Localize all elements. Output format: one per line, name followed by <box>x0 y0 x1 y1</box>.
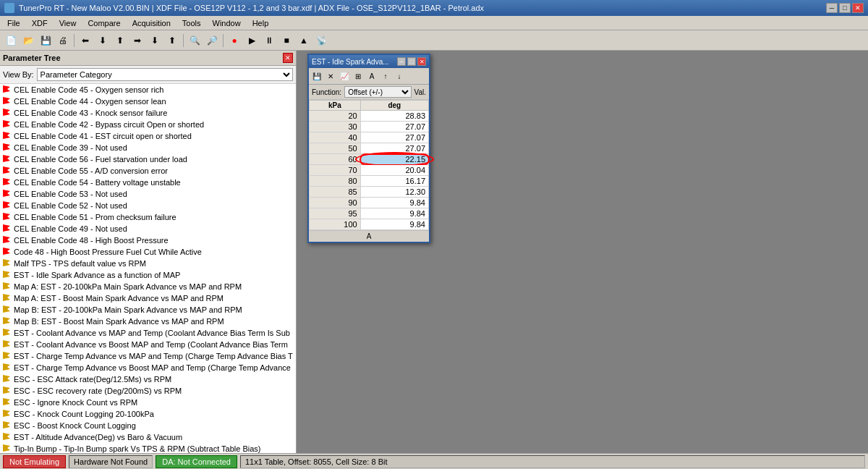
toolbar-btn9[interactable]: ⬇ <box>147 33 163 48</box>
est-table-btn[interactable]: ⊞ <box>352 69 365 83</box>
est-cell-kpa[interactable]: 95 <box>310 208 361 219</box>
tree-item[interactable]: Malf TPS - TPS default value vs RPM <box>0 258 296 269</box>
est-cell-deg[interactable]: 9.84 <box>360 198 428 208</box>
tree-item[interactable]: CEL Enable Code 56 - Fuel starvation und… <box>0 153 296 165</box>
tree-item[interactable]: EST - Charge Temp Advance vs Boost MAP a… <box>0 362 296 373</box>
est-close[interactable]: ✕ <box>417 57 426 66</box>
toolbar-new[interactable]: 📄 <box>3 33 19 48</box>
tree-item[interactable]: ESC - ESC Attack rate(Deg/12.5Ms) vs RPM <box>0 373 296 385</box>
est-graph-btn[interactable]: 📈 <box>338 69 351 83</box>
menu-view[interactable]: View <box>55 17 81 29</box>
tree-item[interactable]: ESC - Knock Count Logging 20-100kPa <box>0 408 296 420</box>
est-cell-kpa[interactable]: 70 <box>310 165 361 176</box>
toolbar-btn7[interactable]: ⬆ <box>112 33 128 48</box>
toolbar-btn11[interactable]: 🔍 <box>187 33 203 48</box>
toolbar-btn12[interactable]: 🔎 <box>204 33 220 48</box>
tree-item[interactable]: CEL Enable Code 42 - Bypass circuit Open… <box>0 119 296 130</box>
minimize-button[interactable]: ─ <box>826 3 838 13</box>
toolbar-record[interactable]: ● <box>226 33 242 48</box>
est-cell-kpa[interactable]: 60 <box>310 154 361 165</box>
tree-item-icon <box>3 109 12 117</box>
est-up-btn[interactable]: ↑ <box>379 69 392 83</box>
est-cell-deg[interactable]: 22.15 <box>360 154 428 165</box>
tree-item[interactable]: CEL Enable Code 53 - Not used <box>0 188 296 200</box>
param-tree-close-button[interactable]: ✕ <box>283 53 293 63</box>
menu-tools[interactable]: Tools <box>178 17 205 29</box>
tree-item[interactable]: CEL Enable Code 41 - EST circuit open or… <box>0 130 296 142</box>
tree-item[interactable]: EST - Idle Spark Advance as a function o… <box>0 269 296 281</box>
tree-item[interactable]: CEL Enable Code 54 - Battery voltage uns… <box>0 177 296 188</box>
tree-item[interactable]: Map B: EST - Boost Main Spark Advance vs… <box>0 316 296 327</box>
toolbar-btn10[interactable]: ⬆ <box>164 33 180 48</box>
tree-item[interactable]: ESC - Boost Knock Count Logging <box>0 420 296 431</box>
hardware-status: Hardware Not Found <box>69 455 153 468</box>
tree-item[interactable]: Map B: EST - 20-100kPa Main Spark Advanc… <box>0 304 296 316</box>
tree-list[interactable]: CEL Enable Code 45 - Oxygen sensor richC… <box>0 84 296 453</box>
toolbar-btn5[interactable]: ⬅ <box>77 33 93 48</box>
toolbar-btn8[interactable]: ➡ <box>129 33 145 48</box>
est-close-btn[interactable]: ✕ <box>324 69 337 83</box>
menu-window[interactable]: Window <box>208 17 245 29</box>
est-cell-kpa[interactable]: 80 <box>310 176 361 187</box>
est-cell-deg[interactable]: 16.17 <box>360 176 428 187</box>
tree-item[interactable]: CEL Enable Code 51 - Prom checksum failu… <box>0 211 296 223</box>
est-cell-deg[interactable]: 27.07 <box>360 132 428 143</box>
est-cell-kpa[interactable]: 20 <box>310 111 361 122</box>
est-cell-kpa[interactable]: 100 <box>310 219 361 230</box>
toolbar-open[interactable]: 📂 <box>20 33 36 48</box>
est-cell-deg[interactable]: 12.30 <box>360 187 428 198</box>
tree-item[interactable]: CEL Enable Code 49 - Not used <box>0 223 296 234</box>
est-cell-kpa[interactable]: 30 <box>310 122 361 132</box>
est-cell-deg[interactable]: 27.07 <box>360 143 428 154</box>
tree-item[interactable]: Tip-In Bump - Tip-In Bump spark Vs TPS &… <box>0 443 296 453</box>
close-button[interactable]: ✕ <box>852 3 864 13</box>
est-cell-deg[interactable]: 20.04 <box>360 165 428 176</box>
menu-help[interactable]: Help <box>248 17 273 29</box>
est-cell-kpa[interactable]: 85 <box>310 187 361 198</box>
tree-item[interactable]: EST - Charge Temp Advance vs MAP and Tem… <box>0 350 296 362</box>
menu-xdf[interactable]: XDF <box>27 17 52 29</box>
tree-item[interactable]: Map A: EST - 20-100kPa Main Spark Advanc… <box>0 281 296 292</box>
tree-item[interactable]: ESC - Ignore Knock Count vs RPM <box>0 397 296 408</box>
maximize-button[interactable]: □ <box>839 3 851 13</box>
tree-item[interactable]: EST - Coolant Advance vs MAP and Temp (C… <box>0 327 296 339</box>
est-format-btn[interactable]: A <box>365 69 378 83</box>
menu-acquisition[interactable]: Acquisition <box>128 17 175 29</box>
est-cell-deg[interactable]: 27.07 <box>360 122 428 132</box>
tree-item[interactable]: CEL Enable Code 44 - Oxygen sensor lean <box>0 96 296 107</box>
est-down-btn[interactable]: ↓ <box>393 69 406 83</box>
est-cell-kpa[interactable]: 90 <box>310 198 361 208</box>
tree-item[interactable]: CEL Enable Code 52 - Not used <box>0 200 296 211</box>
tree-item[interactable]: Code 48 - High Boost Pressure Fuel Cut W… <box>0 246 296 258</box>
tree-item[interactable]: CEL Enable Code 45 - Oxygen sensor rich <box>0 84 296 96</box>
tree-item[interactable]: CEL Enable Code 43 - Knock sensor failur… <box>0 107 296 119</box>
toolbar-play[interactable]: ▶ <box>244 33 260 48</box>
tree-item[interactable]: EST - Coolant Advance vs Boost MAP and T… <box>0 339 296 350</box>
est-maximize[interactable]: □ <box>407 57 416 66</box>
toolbar-btn6[interactable]: ⬇ <box>95 33 111 48</box>
toolbar-btn14[interactable]: 📡 <box>313 33 329 48</box>
tree-item[interactable]: Map A: EST - Boost Main Spark Advance vs… <box>0 292 296 304</box>
est-cell-deg[interactable]: 28.83 <box>360 111 428 122</box>
toolbar-stop[interactable]: ■ <box>278 33 294 48</box>
toolbar-save[interactable]: 💾 <box>38 33 54 48</box>
est-table-row: 909.84 <box>310 198 429 208</box>
toolbar-btn13[interactable]: ▲ <box>296 33 312 48</box>
est-cell-deg[interactable]: 9.84 <box>360 219 428 230</box>
est-cell-deg[interactable]: 9.84 <box>360 208 428 219</box>
menu-compare[interactable]: Compare <box>83 17 124 29</box>
est-cell-kpa[interactable]: 50 <box>310 143 361 154</box>
est-function-select[interactable]: Offset (+/-) <box>344 86 411 98</box>
tree-item[interactable]: CEL Enable Code 48 - High Boost Pressure <box>0 234 296 246</box>
viewby-select[interactable]: Parameter Category <box>37 68 293 81</box>
toolbar-pause[interactable]: ⏸ <box>261 33 277 48</box>
menu-file[interactable]: File <box>3 17 25 29</box>
toolbar-btn4[interactable]: 🖨 <box>55 33 71 48</box>
est-save-btn[interactable]: 💾 <box>310 69 323 83</box>
tree-item[interactable]: CEL Enable Code 39 - Not used <box>0 142 296 153</box>
tree-item[interactable]: CEL Enable Code 55 - A/D conversion erro… <box>0 165 296 177</box>
tree-item[interactable]: EST - Altitude Advance(Deg) vs Baro & Va… <box>0 431 296 443</box>
est-cell-kpa[interactable]: 40 <box>310 132 361 143</box>
tree-item[interactable]: ESC - ESC recovery rate (Deg/200mS) vs R… <box>0 385 296 397</box>
est-minimize[interactable]: ─ <box>397 57 406 66</box>
